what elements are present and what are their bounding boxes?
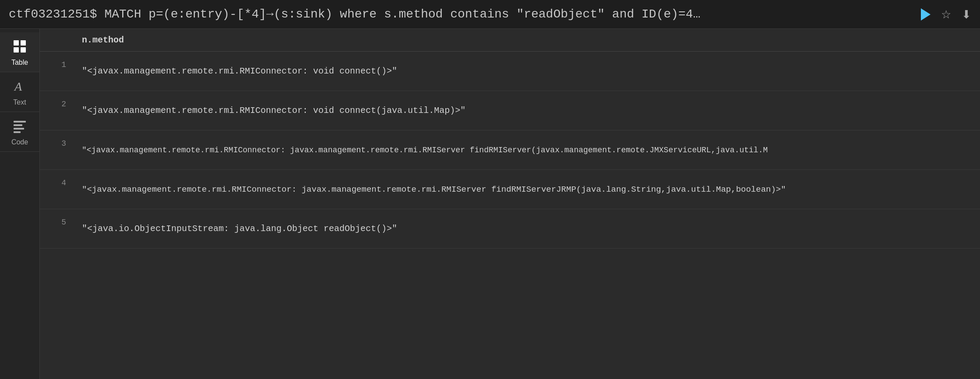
table-row: 3 "<javax.management.remote.rmi.RMIConne… [40, 130, 980, 170]
row-number-2: 2 [40, 91, 75, 130]
row-cell-2: "<javax.management.remote.rmi.RMIConnect… [75, 91, 980, 130]
row-cell-1: "<javax.management.remote.rmi.RMIConnect… [75, 52, 980, 91]
row-number-5: 5 [40, 209, 75, 248]
query-text: ctf03231251$ MATCH p=(e:entry)-[*4]→(s:s… [9, 7, 914, 21]
row-number-1: 1 [40, 52, 75, 91]
star-button[interactable]: ☆ [941, 9, 951, 20]
svg-rect-0 [14, 40, 19, 46]
sidebar-table-label: Table [11, 59, 28, 67]
column-header: n.method [75, 35, 131, 45]
table-header: n.method [40, 29, 980, 52]
svg-text:A: A [14, 80, 22, 93]
code-icon [13, 119, 27, 136]
sidebar-item-text[interactable]: A Text [0, 72, 39, 112]
table-row: 5 "<java.io.ObjectInputStream: java.lang… [40, 209, 980, 249]
table-view: n.method 1 "<javax.management.remote.rmi… [40, 29, 980, 379]
text-icon: A [13, 79, 27, 96]
sidebar-code-label: Code [11, 138, 28, 146]
row-cell-5: "<java.io.ObjectInputStream: java.lang.O… [75, 209, 980, 248]
sidebar-item-table[interactable]: Table [0, 32, 39, 72]
download-button[interactable]: ⬇ [962, 9, 971, 20]
svg-rect-5 [14, 121, 26, 123]
top-bar: ctf03231251$ MATCH p=(e:entry)-[*4]→(s:s… [0, 0, 980, 29]
svg-rect-2 [14, 47, 19, 53]
sidebar-item-code[interactable]: Code [0, 112, 39, 152]
table-body: 1 "<javax.management.remote.rmi.RMIConne… [40, 52, 980, 379]
row-cell-4: "<javax.management.remote.rmi.RMIConnect… [75, 170, 980, 209]
play-button[interactable] [921, 8, 931, 21]
svg-rect-8 [14, 131, 21, 133]
row-number-3: 3 [40, 130, 75, 169]
svg-rect-7 [14, 128, 24, 130]
svg-rect-1 [21, 40, 26, 46]
table-row: 2 "<javax.management.remote.rmi.RMIConne… [40, 91, 980, 130]
svg-rect-6 [14, 124, 22, 126]
table-icon [13, 39, 27, 56]
row-number-4: 4 [40, 170, 75, 209]
sidebar-text-label: Text [13, 98, 26, 106]
main-layout: Table A Text Code [0, 29, 980, 379]
svg-rect-3 [21, 47, 26, 53]
table-row: 1 "<javax.management.remote.rmi.RMIConne… [40, 52, 980, 91]
top-bar-actions: ☆ ⬇ [921, 8, 971, 21]
sidebar: Table A Text Code [0, 29, 40, 379]
table-row: 4 "<javax.management.remote.rmi.RMIConne… [40, 170, 980, 209]
row-cell-3: "<javax.management.remote.rmi.RMIConnect… [75, 130, 980, 169]
